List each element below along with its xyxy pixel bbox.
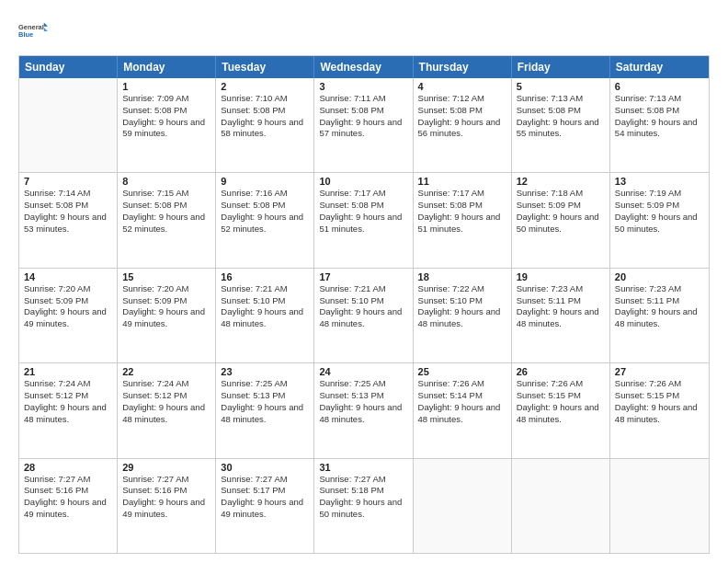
sunrise-text: Sunrise: 7:20 AM	[24, 283, 112, 295]
sunrise-text: Sunrise: 7:26 AM	[615, 378, 704, 390]
day-number: 17	[319, 271, 407, 282]
sunset-text: Sunset: 5:08 PM	[221, 105, 309, 117]
sunset-text: Sunset: 5:08 PM	[122, 200, 210, 212]
day-number: 31	[319, 462, 407, 473]
calendar-cell	[414, 459, 512, 553]
day-number: 12	[517, 176, 605, 187]
sunset-text: Sunset: 5:08 PM	[221, 200, 309, 212]
sunset-text: Sunset: 5:11 PM	[517, 295, 605, 307]
day-number: 2	[221, 81, 309, 92]
day-number: 9	[221, 176, 309, 187]
day-number: 24	[319, 366, 407, 377]
daylight-text: Daylight: 9 hours and 48 minutes.	[221, 306, 309, 330]
svg-text:General: General	[18, 23, 44, 31]
sunrise-text: Sunrise: 7:09 AM	[122, 93, 210, 105]
sunset-text: Sunset: 5:15 PM	[517, 390, 605, 402]
calendar-header: SundayMondayTuesdayWednesdayThursdayFrid…	[19, 56, 709, 78]
sunset-text: Sunset: 5:08 PM	[319, 200, 407, 212]
day-number: 7	[24, 176, 112, 187]
sunset-text: Sunset: 5:13 PM	[221, 390, 309, 402]
calendar-cell: 19 Sunrise: 7:23 AM Sunset: 5:11 PM Dayl…	[512, 269, 610, 362]
calendar-cell: 30 Sunrise: 7:27 AM Sunset: 5:17 PM Dayl…	[216, 459, 314, 553]
calendar-cell: 23 Sunrise: 7:25 AM Sunset: 5:13 PM Dayl…	[216, 363, 314, 457]
calendar-cell: 28 Sunrise: 7:27 AM Sunset: 5:16 PM Dayl…	[19, 459, 118, 553]
sunset-text: Sunset: 5:09 PM	[122, 295, 210, 307]
sunrise-text: Sunrise: 7:25 AM	[319, 378, 407, 390]
calendar-cell: 12 Sunrise: 7:18 AM Sunset: 5:09 PM Dayl…	[512, 173, 610, 267]
calendar-cell: 29 Sunrise: 7:27 AM Sunset: 5:16 PM Dayl…	[118, 459, 216, 553]
page: General Blue SundayMondayTuesdayWednesda…	[0, 0, 728, 563]
sunrise-text: Sunrise: 7:15 AM	[122, 188, 210, 200]
sunrise-text: Sunrise: 7:22 AM	[418, 283, 506, 295]
sunset-text: Sunset: 5:08 PM	[24, 200, 112, 212]
calendar-cell: 8 Sunrise: 7:15 AM Sunset: 5:08 PM Dayli…	[118, 173, 216, 267]
daylight-text: Daylight: 9 hours and 51 minutes.	[319, 212, 407, 236]
calendar-day-header: Sunday	[19, 56, 118, 78]
daylight-text: Daylight: 9 hours and 59 minutes.	[122, 117, 210, 141]
calendar-day-header: Thursday	[414, 56, 512, 78]
daylight-text: Daylight: 9 hours and 53 minutes.	[24, 212, 112, 236]
day-number: 15	[122, 271, 210, 282]
sunset-text: Sunset: 5:14 PM	[418, 390, 506, 402]
sunset-text: Sunset: 5:16 PM	[24, 485, 112, 497]
calendar-week-row: 14 Sunrise: 7:20 AM Sunset: 5:09 PM Dayl…	[19, 269, 709, 363]
calendar-cell: 18 Sunrise: 7:22 AM Sunset: 5:10 PM Dayl…	[414, 269, 512, 362]
day-number: 4	[418, 81, 506, 92]
calendar-cell: 9 Sunrise: 7:16 AM Sunset: 5:08 PM Dayli…	[216, 173, 314, 267]
sunset-text: Sunset: 5:08 PM	[418, 200, 506, 212]
sunrise-text: Sunrise: 7:14 AM	[24, 188, 112, 200]
sunset-text: Sunset: 5:17 PM	[221, 485, 309, 497]
calendar-week-row: 7 Sunrise: 7:14 AM Sunset: 5:08 PM Dayli…	[19, 173, 709, 268]
day-number: 11	[418, 176, 506, 187]
sunset-text: Sunset: 5:10 PM	[418, 295, 506, 307]
daylight-text: Daylight: 9 hours and 51 minutes.	[418, 212, 506, 236]
day-number: 26	[517, 366, 605, 377]
daylight-text: Daylight: 9 hours and 48 minutes.	[615, 402, 704, 426]
day-number: 19	[517, 271, 605, 282]
svg-text:Blue: Blue	[18, 30, 33, 39]
day-number: 14	[24, 271, 112, 282]
calendar-day-header: Saturday	[610, 56, 709, 78]
calendar: SundayMondayTuesdayWednesdayThursdayFrid…	[18, 55, 710, 554]
sunrise-text: Sunrise: 7:21 AM	[319, 283, 407, 295]
sunset-text: Sunset: 5:10 PM	[319, 295, 407, 307]
day-number: 21	[24, 366, 112, 377]
calendar-cell: 2 Sunrise: 7:10 AM Sunset: 5:08 PM Dayli…	[216, 78, 314, 172]
sunrise-text: Sunrise: 7:11 AM	[319, 93, 407, 105]
sunset-text: Sunset: 5:09 PM	[517, 200, 605, 212]
calendar-cell: 7 Sunrise: 7:14 AM Sunset: 5:08 PM Dayli…	[19, 173, 118, 267]
calendar-week-row: 21 Sunrise: 7:24 AM Sunset: 5:12 PM Dayl…	[19, 363, 709, 458]
sunrise-text: Sunrise: 7:27 AM	[319, 474, 407, 486]
sunset-text: Sunset: 5:13 PM	[319, 390, 407, 402]
daylight-text: Daylight: 9 hours and 48 minutes.	[319, 306, 407, 330]
calendar-cell: 13 Sunrise: 7:19 AM Sunset: 5:09 PM Dayl…	[610, 173, 709, 267]
calendar-cell: 21 Sunrise: 7:24 AM Sunset: 5:12 PM Dayl…	[19, 363, 118, 457]
day-number: 30	[221, 462, 309, 473]
sunset-text: Sunset: 5:09 PM	[615, 200, 704, 212]
calendar-cell: 11 Sunrise: 7:17 AM Sunset: 5:08 PM Dayl…	[414, 173, 512, 267]
day-number: 23	[221, 366, 309, 377]
sunset-text: Sunset: 5:15 PM	[615, 390, 704, 402]
day-number: 3	[319, 81, 407, 92]
daylight-text: Daylight: 9 hours and 48 minutes.	[615, 306, 704, 330]
day-number: 22	[122, 366, 210, 377]
daylight-text: Daylight: 9 hours and 48 minutes.	[418, 402, 506, 426]
daylight-text: Daylight: 9 hours and 57 minutes.	[319, 117, 407, 141]
calendar-cell: 4 Sunrise: 7:12 AM Sunset: 5:08 PM Dayli…	[414, 78, 512, 172]
daylight-text: Daylight: 9 hours and 55 minutes.	[517, 117, 605, 141]
daylight-text: Daylight: 9 hours and 48 minutes.	[418, 306, 506, 330]
calendar-cell: 15 Sunrise: 7:20 AM Sunset: 5:09 PM Dayl…	[118, 269, 216, 362]
day-number: 16	[221, 271, 309, 282]
svg-marker-3	[44, 28, 48, 31]
day-number: 28	[24, 462, 112, 473]
sunset-text: Sunset: 5:12 PM	[24, 390, 112, 402]
sunrise-text: Sunrise: 7:17 AM	[319, 188, 407, 200]
sunrise-text: Sunrise: 7:18 AM	[517, 188, 605, 200]
calendar-day-header: Tuesday	[216, 56, 314, 78]
calendar-cell: 10 Sunrise: 7:17 AM Sunset: 5:08 PM Dayl…	[314, 173, 413, 267]
sunrise-text: Sunrise: 7:16 AM	[221, 188, 309, 200]
daylight-text: Daylight: 9 hours and 52 minutes.	[221, 212, 309, 236]
sunrise-text: Sunrise: 7:23 AM	[517, 283, 605, 295]
sunset-text: Sunset: 5:18 PM	[319, 485, 407, 497]
sunset-text: Sunset: 5:08 PM	[615, 105, 704, 117]
